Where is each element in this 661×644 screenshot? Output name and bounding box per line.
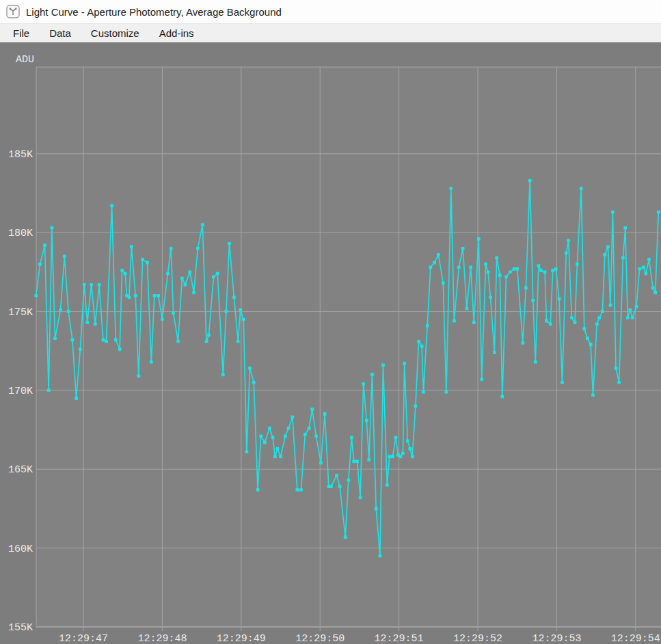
data-point-marker bbox=[268, 427, 271, 430]
menu-customize[interactable]: Customize bbox=[89, 26, 141, 40]
data-point-marker bbox=[601, 310, 604, 313]
data-point-marker bbox=[498, 273, 502, 277]
data-point-marker bbox=[399, 455, 403, 458]
data-point-marker bbox=[453, 319, 456, 323]
y-axis-tick-label: 175K bbox=[8, 307, 33, 319]
data-point-marker bbox=[391, 455, 394, 458]
data-point-marker bbox=[362, 382, 365, 386]
data-point-marker bbox=[196, 247, 200, 250]
menu-bar: File Data Customize Add-ins bbox=[0, 24, 661, 42]
data-point-marker bbox=[484, 263, 487, 266]
data-point-marker bbox=[647, 258, 651, 261]
data-point-marker bbox=[102, 338, 105, 342]
data-point-marker bbox=[350, 436, 353, 440]
data-point-marker bbox=[537, 264, 541, 267]
data-point-marker bbox=[414, 405, 418, 408]
y-axis-tick-label: 160K bbox=[8, 544, 33, 555]
data-point-marker bbox=[310, 407, 314, 411]
data-point-marker bbox=[98, 283, 101, 286]
data-point-marker bbox=[406, 439, 409, 442]
data-point-marker bbox=[94, 323, 97, 326]
data-point-marker bbox=[433, 261, 436, 265]
data-point-marker bbox=[207, 334, 211, 337]
data-point-marker bbox=[120, 269, 124, 272]
data-point-marker bbox=[295, 488, 299, 492]
light-curve-plot[interactable]: 155K160K165K170K175K180K185KADU12:29:471… bbox=[0, 43, 661, 644]
title-bar: Light Curve - Aperture Photometry, Avera… bbox=[0, 0, 661, 24]
data-point-marker bbox=[429, 266, 432, 269]
window: { "window": { "title": "Light Curve - Ap… bbox=[0, 0, 661, 644]
x-axis-tick-label: 12:29:53 bbox=[532, 633, 581, 644]
data-point-marker bbox=[457, 266, 461, 269]
data-point-marker bbox=[248, 366, 252, 370]
data-point-marker bbox=[386, 483, 389, 487]
data-point-marker bbox=[276, 447, 280, 451]
data-point-marker bbox=[114, 338, 118, 342]
data-point-marker bbox=[352, 459, 355, 463]
data-point-marker bbox=[597, 316, 601, 319]
data-point-marker bbox=[426, 324, 429, 327]
data-point-marker bbox=[500, 395, 504, 399]
data-point-marker bbox=[252, 381, 256, 384]
data-point-marker bbox=[157, 294, 160, 297]
data-point-marker bbox=[335, 474, 338, 477]
plot-background[interactable] bbox=[36, 67, 661, 627]
data-point-marker bbox=[239, 308, 242, 312]
menu-data[interactable]: Data bbox=[47, 26, 73, 40]
data-point-marker bbox=[124, 272, 127, 276]
data-point-marker bbox=[43, 243, 46, 247]
data-point-marker bbox=[493, 351, 496, 354]
data-point-marker bbox=[205, 340, 208, 343]
chart-region: 155K160K165K170K175K180K185KADU12:29:471… bbox=[0, 42, 661, 644]
x-axis-tick-label: 12:29:50 bbox=[295, 633, 345, 644]
data-point-marker bbox=[359, 496, 362, 499]
x-axis-tick-label: 12:29:51 bbox=[375, 633, 424, 644]
data-point-marker bbox=[347, 479, 350, 482]
data-point-marker bbox=[216, 272, 219, 276]
data-point-marker bbox=[631, 316, 634, 319]
data-point-marker bbox=[606, 245, 610, 249]
y-axis-tick-label: 180K bbox=[8, 228, 33, 239]
data-point-marker bbox=[83, 283, 86, 286]
data-point-marker bbox=[137, 375, 140, 378]
data-point-marker bbox=[166, 272, 170, 276]
data-point-marker bbox=[591, 394, 595, 397]
data-point-marker bbox=[567, 239, 570, 242]
data-point-marker bbox=[487, 271, 490, 274]
data-point-marker bbox=[589, 343, 593, 347]
data-point-marker bbox=[110, 204, 113, 208]
data-point-marker bbox=[221, 373, 225, 377]
data-point-marker bbox=[495, 256, 498, 260]
data-point-marker bbox=[59, 308, 62, 312]
data-point-marker bbox=[47, 389, 51, 392]
data-point-marker bbox=[638, 267, 641, 271]
data-point-marker bbox=[201, 223, 204, 226]
data-point-marker bbox=[576, 263, 579, 266]
data-point-marker bbox=[263, 441, 267, 444]
x-axis-tick-label: 12:29:48 bbox=[137, 633, 187, 644]
data-point-marker bbox=[150, 360, 153, 364]
data-point-marker bbox=[338, 485, 342, 488]
data-point-marker bbox=[146, 261, 149, 265]
data-point-marker bbox=[442, 282, 445, 285]
y-axis-tick-label: 165K bbox=[8, 464, 33, 476]
data-point-marker bbox=[34, 294, 38, 297]
y-axis-tick-label: 170K bbox=[8, 386, 33, 397]
data-point-marker bbox=[273, 455, 277, 458]
data-point-marker bbox=[651, 286, 655, 290]
data-point-marker bbox=[256, 488, 260, 492]
data-point-marker bbox=[461, 247, 465, 250]
data-point-marker bbox=[644, 272, 647, 276]
data-point-marker bbox=[445, 390, 448, 394]
data-point-marker bbox=[635, 305, 638, 308]
data-point-marker bbox=[172, 312, 175, 315]
menu-addins[interactable]: Add-ins bbox=[157, 26, 196, 40]
data-point-marker bbox=[192, 291, 195, 295]
data-point-marker bbox=[242, 318, 245, 321]
data-point-marker bbox=[379, 554, 382, 558]
data-point-marker bbox=[259, 434, 262, 438]
menu-file[interactable]: File bbox=[11, 26, 31, 40]
data-point-marker bbox=[130, 245, 133, 249]
data-point-marker bbox=[472, 321, 476, 324]
data-point-marker bbox=[513, 267, 516, 271]
